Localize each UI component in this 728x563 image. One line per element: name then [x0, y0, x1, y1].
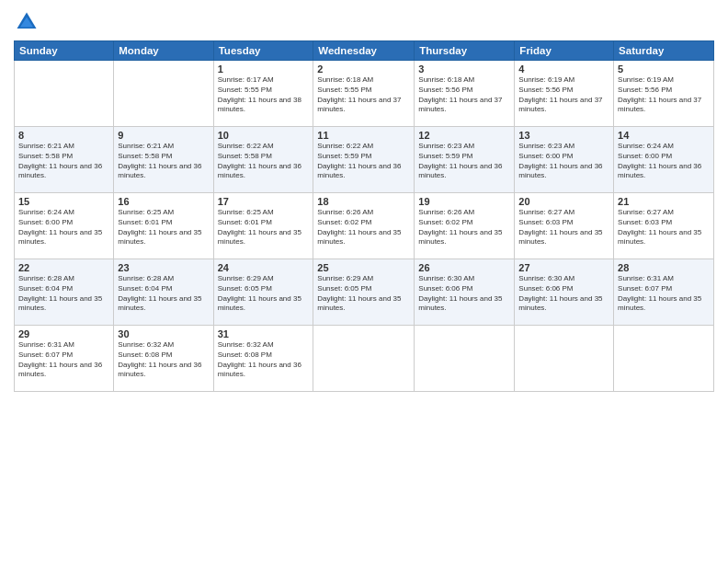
day-number: 16 — [118, 196, 209, 207]
day-number: 15 — [18, 196, 109, 207]
day-info: Sunrise: 6:29 AMSunset: 6:05 PMDaylight:… — [317, 274, 410, 314]
day-info: Sunrise: 6:28 AMSunset: 6:04 PMDaylight:… — [118, 274, 209, 314]
week-row-2: 8Sunrise: 6:21 AMSunset: 5:58 PMDaylight… — [15, 127, 714, 193]
calendar-cell — [515, 326, 614, 392]
day-number: 4 — [518, 63, 609, 75]
calendar-cell — [313, 326, 415, 392]
logo — [14, 9, 43, 35]
day-number: 13 — [518, 130, 609, 141]
day-info: Sunrise: 6:23 AMSunset: 6:00 PMDaylight:… — [518, 142, 609, 181]
week-row-3: 15Sunrise: 6:24 AMSunset: 6:00 PMDayligh… — [15, 193, 714, 259]
day-number: 24 — [218, 262, 310, 273]
day-number: 3 — [418, 63, 510, 75]
calendar-cell: 28Sunrise: 6:31 AMSunset: 6:07 PMDayligh… — [614, 259, 714, 326]
week-row-1: 1Sunrise: 6:17 AMSunset: 5:55 PMDaylight… — [15, 61, 714, 127]
day-info: Sunrise: 6:21 AMSunset: 5:58 PMDaylight:… — [18, 142, 109, 181]
calendar-cell: 18Sunrise: 6:26 AMSunset: 6:02 PMDayligh… — [313, 193, 415, 259]
day-number: 23 — [118, 262, 209, 273]
day-header-sunday: Sunday — [15, 41, 114, 61]
day-number: 27 — [518, 262, 609, 273]
calendar-cell: 8Sunrise: 6:21 AMSunset: 5:58 PMDaylight… — [15, 127, 114, 193]
day-info: Sunrise: 6:26 AMSunset: 6:02 PMDaylight:… — [317, 208, 410, 247]
day-info: Sunrise: 6:23 AMSunset: 5:59 PMDaylight:… — [418, 142, 510, 181]
calendar-table: SundayMondayTuesdayWednesdayThursdayFrid… — [14, 40, 714, 392]
day-number: 25 — [317, 262, 410, 273]
day-info: Sunrise: 6:24 AMSunset: 6:00 PMDaylight:… — [618, 142, 710, 181]
calendar-cell: 31Sunrise: 6:32 AMSunset: 6:08 PMDayligh… — [213, 326, 313, 392]
day-header-thursday: Thursday — [415, 41, 515, 61]
day-info: Sunrise: 6:28 AMSunset: 6:04 PMDaylight:… — [18, 274, 109, 314]
day-number: 1 — [218, 63, 310, 75]
day-number: 26 — [418, 262, 510, 273]
calendar-cell — [415, 326, 515, 392]
day-number: 11 — [317, 130, 410, 141]
week-row-5: 29Sunrise: 6:31 AMSunset: 6:07 PMDayligh… — [15, 326, 714, 392]
day-number: 21 — [618, 196, 710, 207]
calendar-cell: 11Sunrise: 6:22 AMSunset: 5:59 PMDayligh… — [313, 127, 415, 193]
day-number: 12 — [418, 130, 510, 141]
calendar-cell: 20Sunrise: 6:27 AMSunset: 6:03 PMDayligh… — [515, 193, 614, 259]
day-number: 28 — [618, 262, 710, 273]
day-header-monday: Monday — [114, 41, 213, 61]
calendar-cell: 12Sunrise: 6:23 AMSunset: 5:59 PMDayligh… — [415, 127, 515, 193]
day-info: Sunrise: 6:22 AMSunset: 5:58 PMDaylight:… — [218, 142, 310, 181]
day-number: 17 — [218, 196, 310, 207]
calendar-cell: 30Sunrise: 6:32 AMSunset: 6:08 PMDayligh… — [114, 326, 213, 392]
day-info: Sunrise: 6:30 AMSunset: 6:06 PMDaylight:… — [418, 274, 510, 314]
calendar-cell: 19Sunrise: 6:26 AMSunset: 6:02 PMDayligh… — [415, 193, 515, 259]
day-header-tuesday: Tuesday — [213, 41, 313, 61]
calendar-cell: 15Sunrise: 6:24 AMSunset: 6:00 PMDayligh… — [15, 193, 114, 259]
calendar-cell: 9Sunrise: 6:21 AMSunset: 5:58 PMDaylight… — [114, 127, 213, 193]
calendar-cell: 10Sunrise: 6:22 AMSunset: 5:58 PMDayligh… — [213, 127, 313, 193]
day-info: Sunrise: 6:19 AMSunset: 5:56 PMDaylight:… — [518, 75, 609, 115]
calendar-cell: 16Sunrise: 6:25 AMSunset: 6:01 PMDayligh… — [114, 193, 213, 259]
day-number: 10 — [218, 130, 310, 141]
page: SundayMondayTuesdayWednesdayThursdayFrid… — [0, 0, 728, 563]
day-header-saturday: Saturday — [614, 41, 714, 61]
day-header-friday: Friday — [515, 41, 614, 61]
day-number: 14 — [618, 130, 710, 141]
calendar-cell — [15, 61, 114, 127]
calendar-cell: 21Sunrise: 6:27 AMSunset: 6:03 PMDayligh… — [614, 193, 714, 259]
day-info: Sunrise: 6:32 AMSunset: 6:08 PMDaylight:… — [118, 340, 209, 380]
calendar-cell: 14Sunrise: 6:24 AMSunset: 6:00 PMDayligh… — [614, 127, 714, 193]
calendar-cell: 5Sunrise: 6:19 AMSunset: 5:56 PMDaylight… — [614, 61, 714, 127]
day-number: 2 — [317, 63, 410, 75]
day-info: Sunrise: 6:18 AMSunset: 5:55 PMDaylight:… — [317, 75, 410, 115]
day-number: 8 — [18, 130, 109, 141]
day-number: 30 — [118, 328, 209, 339]
day-info: Sunrise: 6:30 AMSunset: 6:06 PMDaylight:… — [518, 274, 609, 314]
calendar-cell: 3Sunrise: 6:18 AMSunset: 5:56 PMDaylight… — [415, 61, 515, 127]
calendar-cell — [614, 326, 714, 392]
day-info: Sunrise: 6:24 AMSunset: 6:00 PMDaylight:… — [18, 208, 109, 247]
day-info: Sunrise: 6:27 AMSunset: 6:03 PMDaylight:… — [518, 208, 609, 247]
day-info: Sunrise: 6:29 AMSunset: 6:05 PMDaylight:… — [218, 274, 310, 314]
day-info: Sunrise: 6:17 AMSunset: 5:55 PMDaylight:… — [218, 75, 310, 115]
logo-icon — [14, 9, 40, 35]
day-header-wednesday: Wednesday — [313, 41, 415, 61]
week-row-4: 22Sunrise: 6:28 AMSunset: 6:04 PMDayligh… — [15, 259, 714, 326]
day-info: Sunrise: 6:25 AMSunset: 6:01 PMDaylight:… — [218, 208, 310, 247]
days-header-row: SundayMondayTuesdayWednesdayThursdayFrid… — [15, 41, 714, 61]
calendar-cell: 26Sunrise: 6:30 AMSunset: 6:06 PMDayligh… — [415, 259, 515, 326]
day-number: 22 — [18, 262, 109, 273]
day-number: 9 — [118, 130, 209, 141]
day-info: Sunrise: 6:18 AMSunset: 5:56 PMDaylight:… — [418, 75, 510, 115]
day-number: 20 — [518, 196, 609, 207]
calendar-cell: 1Sunrise: 6:17 AMSunset: 5:55 PMDaylight… — [213, 61, 313, 127]
day-info: Sunrise: 6:27 AMSunset: 6:03 PMDaylight:… — [618, 208, 710, 247]
day-info: Sunrise: 6:31 AMSunset: 6:07 PMDaylight:… — [18, 340, 109, 380]
day-number: 5 — [618, 63, 710, 75]
calendar-cell: 29Sunrise: 6:31 AMSunset: 6:07 PMDayligh… — [15, 326, 114, 392]
day-number: 31 — [218, 328, 310, 339]
calendar-cell: 22Sunrise: 6:28 AMSunset: 6:04 PMDayligh… — [15, 259, 114, 326]
calendar-cell: 23Sunrise: 6:28 AMSunset: 6:04 PMDayligh… — [114, 259, 213, 326]
calendar-cell: 13Sunrise: 6:23 AMSunset: 6:00 PMDayligh… — [515, 127, 614, 193]
day-info: Sunrise: 6:25 AMSunset: 6:01 PMDaylight:… — [118, 208, 209, 247]
day-number: 19 — [418, 196, 510, 207]
day-number: 29 — [18, 328, 109, 339]
day-info: Sunrise: 6:31 AMSunset: 6:07 PMDaylight:… — [618, 274, 710, 314]
day-number: 18 — [317, 196, 410, 207]
calendar-cell: 25Sunrise: 6:29 AMSunset: 6:05 PMDayligh… — [313, 259, 415, 326]
day-info: Sunrise: 6:22 AMSunset: 5:59 PMDaylight:… — [317, 142, 410, 181]
